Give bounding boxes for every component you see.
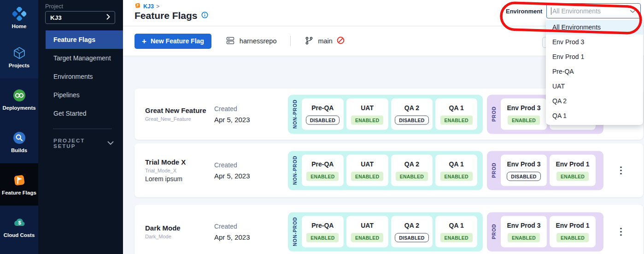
flag-identifier: Trial_Mode_X <box>145 168 213 173</box>
sidebar-item-environments[interactable]: Environments <box>38 67 123 86</box>
nav-module-deployments[interactable]: Deployments <box>0 78 38 121</box>
nav-module-cloud-costs[interactable]: $Cloud Costs <box>0 206 38 248</box>
environment-name: UAT <box>361 104 374 111</box>
environment-card-env-prod-3[interactable]: Env Prod 3ENABLED <box>501 99 547 130</box>
home-icon <box>12 7 26 21</box>
environment-card-qa-2[interactable]: QA 2DISABLED <box>391 216 433 248</box>
prohibited-icon <box>337 36 345 46</box>
flag-info: Great New FeatureGreat_New_Feature <box>145 89 213 140</box>
flag-created: CreatedApr 5, 2023 <box>214 143 250 197</box>
created-label: Created <box>214 223 250 230</box>
nonprod-environment-group: NON-PRODPre-QADISABLEDUATENABLEDQA 2DISA… <box>288 95 483 134</box>
flag-status-badge: ENABLED <box>306 233 339 242</box>
environment-card-pre-qa[interactable]: Pre-QAENABLED <box>302 155 344 186</box>
environment-option-all-environments[interactable]: All Environments <box>546 20 643 35</box>
environment-option-env-prod-1[interactable]: Env Prod 1 <box>546 49 643 64</box>
flag-name: Great New Feature <box>145 106 213 114</box>
row-menu-button[interactable] <box>617 225 625 239</box>
sidebar-item-feature-flags[interactable]: Feature Flags <box>46 30 123 49</box>
nav-module-projects[interactable]: Projects <box>0 36 38 78</box>
nav-module-label: Projects <box>9 63 29 69</box>
sidebar-item-get-started[interactable]: Get Started <box>38 104 123 123</box>
feature-flag-row-trial_mode_x[interactable]: Trial Mode XTrial_Mode_XLorem ipsumCreat… <box>135 143 643 197</box>
created-label: Created <box>214 161 250 169</box>
environment-name: Env Prod 1 <box>556 160 589 167</box>
select-chevron-down-icon <box>630 7 636 15</box>
environment-card-uat[interactable]: UATENABLED <box>346 216 388 248</box>
environment-name: QA 2 <box>404 104 419 111</box>
flag-status-badge: ENABLED <box>556 171 589 181</box>
nav-module-feature-flags[interactable]: Feature Flags <box>0 163 38 206</box>
page-title: Feature Flags <box>135 10 198 21</box>
environment-option-uat[interactable]: UAT <box>546 79 643 94</box>
info-icon[interactable] <box>201 12 208 20</box>
project-sidebar: Project KJ3 Feature FlagsTarget Manageme… <box>38 0 123 254</box>
branch-chip[interactable]: main <box>304 35 344 47</box>
row-menu-button[interactable] <box>617 164 625 177</box>
module-nav-rail: HomeProjectsDeploymentsBuildsFeature Fla… <box>0 0 38 254</box>
environment-card-qa-2[interactable]: QA 2ENABLED <box>391 155 433 186</box>
environment-card-qa-2[interactable]: QA 2DISABLED <box>391 99 433 130</box>
flag-created: CreatedApr 5, 2023 <box>214 205 250 254</box>
nav-module-home[interactable]: Home <box>0 0 38 36</box>
nav-module-label: Deployments <box>2 105 35 111</box>
environment-card-qa-1[interactable]: QA 1ENABLED <box>435 216 477 248</box>
environment-select[interactable]: All Environments <box>546 3 641 18</box>
flag-status-badge: ENABLED <box>396 171 428 181</box>
nonprod-environment-group: NON-PRODPre-QAENABLEDUATENABLEDQA 2ENABL… <box>288 151 483 190</box>
breadcrumb-project-link[interactable]: KJ3 <box>143 3 154 10</box>
environment-name: QA 2 <box>404 160 419 167</box>
flag-name: Dark Mode <box>145 224 213 232</box>
text-caret <box>551 7 551 15</box>
nonprod-group-label: NON-PROD <box>288 100 302 129</box>
flag-status-badge: DISABLED <box>507 171 540 181</box>
prod-environment-group: PRODEnv Prod 3DISABLEDEnv Prod 1ENABLED <box>487 151 603 190</box>
flag-status-badge: ENABLED <box>556 233 589 242</box>
prod-group-label: PROD <box>487 106 501 122</box>
environment-card-pre-qa[interactable]: Pre-QADISABLED <box>302 99 344 130</box>
environment-option-pre-qa[interactable]: Pre-QA <box>546 64 643 79</box>
flag-status-badge: ENABLED <box>351 233 383 242</box>
repository-chip[interactable]: harnessrepo <box>225 35 277 47</box>
sidebar-divider <box>53 129 112 129</box>
chevron-down-icon <box>107 141 114 146</box>
flag-status-badge: ENABLED <box>440 115 473 124</box>
sidebar-item-pipelines[interactable]: Pipelines <box>38 86 123 104</box>
project-name: KJ3 <box>50 14 62 21</box>
flag-status-badge: ENABLED <box>351 115 383 124</box>
project-setup-toggle[interactable]: PROJECT SETUP <box>53 138 114 149</box>
environment-card-qa-1[interactable]: QA 1ENABLED <box>435 99 477 130</box>
environment-name: Env Prod 3 <box>507 221 540 229</box>
project-menu: Feature FlagsTarget ManagementEnvironmen… <box>38 30 123 123</box>
environment-option-qa-2[interactable]: QA 2 <box>546 94 643 108</box>
environment-card-pre-qa[interactable]: Pre-QAENABLED <box>302 216 344 248</box>
feature-flag-row-dark_mode[interactable]: Dark ModeDark_ModeCreatedApr 5, 2023NON-… <box>135 205 643 254</box>
project-selector[interactable]: KJ3 <box>45 11 115 24</box>
projects-icon <box>12 46 26 60</box>
environment-card-env-prod-3[interactable]: Env Prod 3ENABLED <box>501 216 547 248</box>
flag-status-badge: ENABLED <box>351 171 383 181</box>
flag-info: Trial Mode XTrial_Mode_XLorem ipsum <box>145 143 213 197</box>
breadcrumb[interactable]: KJ3 > <box>135 2 159 10</box>
environment-card-env-prod-1[interactable]: Env Prod 1ENABLED <box>550 155 596 186</box>
new-feature-flag-button[interactable]: + New Feature Flag <box>135 34 211 49</box>
flag-identifier: Great_New_Feature <box>145 116 213 122</box>
environment-card-uat[interactable]: UATENABLED <box>346 99 388 130</box>
nav-module-label: Builds <box>11 148 27 154</box>
environment-option-qa-1[interactable]: QA 1 <box>546 108 643 123</box>
environment-name: QA 1 <box>449 221 464 229</box>
environment-name: Pre-QA <box>311 160 334 167</box>
nav-module-builds[interactable]: Builds <box>0 121 38 163</box>
environment-card-uat[interactable]: UATENABLED <box>346 155 388 186</box>
svg-text:$: $ <box>18 220 21 225</box>
sidebar-item-target-management[interactable]: Target Management <box>38 49 123 67</box>
prod-environment-group: PRODEnv Prod 3ENABLEDEnv Prod 1ENABLED <box>487 212 603 251</box>
environment-name: Env Prod 1 <box>556 221 589 229</box>
breadcrumb-separator: > <box>156 3 159 10</box>
environment-card-qa-1[interactable]: QA 1ENABLED <box>435 155 477 186</box>
environment-card-env-prod-3[interactable]: Env Prod 3DISABLED <box>501 155 547 186</box>
environment-option-env-prod-3[interactable]: Env Prod 3 <box>546 35 643 49</box>
nav-module-label: Feature Flags <box>2 190 36 196</box>
deployments-icon <box>12 89 26 102</box>
environment-card-env-prod-1[interactable]: Env Prod 1ENABLED <box>550 216 596 248</box>
